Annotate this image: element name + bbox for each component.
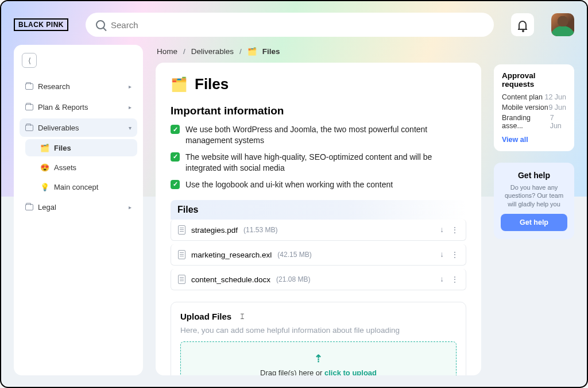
view-all-link[interactable]: View all (502, 136, 528, 144)
upload-hint: Here, you can add some helpful informati… (180, 326, 457, 335)
upload-card: Upload Files 𝙸 Here, you can add some he… (171, 302, 466, 375)
sidebar-item-deliverables[interactable]: Deliverables ▾ (20, 118, 137, 137)
more-icon[interactable] (451, 275, 459, 284)
approval-date: 9 Jun (548, 103, 566, 112)
user-avatar[interactable] (551, 13, 574, 36)
more-icon[interactable] (451, 225, 459, 235)
file-name: content_schedule.docx (191, 275, 270, 284)
sidebar-item-label: Research (38, 82, 70, 91)
download-icon[interactable] (440, 275, 444, 284)
folder-icon (25, 83, 33, 90)
check-icon: ✓ (171, 125, 180, 134)
file-size: (42.15 MB) (277, 251, 311, 259)
sidebar-item-label: Plan & Reports (38, 103, 88, 112)
breadcrumb-current: Files (262, 47, 280, 56)
sidebar-sub-label: Main concept (54, 183, 98, 191)
file-size: (11.53 MB) (243, 226, 277, 234)
sidebar-item-label: Legal (38, 203, 56, 212)
breadcrumb-separator: / (183, 47, 185, 56)
breadcrumb-parent[interactable]: Deliverables (191, 47, 234, 56)
upload-dropzone[interactable]: ⇡ Drag file(s) here or click to upload (180, 341, 457, 375)
sidebar-sub-files[interactable]: 🗂️ Files (25, 139, 137, 156)
approval-row[interactable]: Branding asse... 7 Jun (502, 114, 566, 130)
page-title: Files (195, 75, 229, 93)
download-icon[interactable] (440, 250, 444, 259)
checklist-item: ✓ The website will have high-quality, SE… (171, 152, 466, 174)
sidebar-item-research[interactable]: Research ▸ (20, 77, 137, 95)
info-heading: Important information (171, 105, 466, 117)
files-icon: 🗂️ (40, 144, 49, 152)
file-name: strategies.pdf (191, 226, 238, 235)
chevron-right-icon: ▸ (129, 104, 131, 110)
upload-arrow-icon: ⇡ (314, 352, 323, 365)
assets-icon: 😍 (40, 163, 49, 172)
search-bar[interactable] (86, 13, 494, 37)
collapse-icon: ⟨ (28, 56, 31, 65)
file-row[interactable]: strategies.pdf (11.53 MB) (171, 220, 466, 241)
file-size: (21.08 MB) (276, 275, 310, 283)
approval-row[interactable]: Mobile version 9 Jun (502, 103, 566, 112)
document-icon (178, 250, 185, 259)
approval-date: 7 Jun (550, 114, 566, 130)
breadcrumb-separator: / (239, 47, 242, 56)
concept-icon: 💡 (40, 183, 49, 191)
chevron-right-icon: ▸ (129, 204, 131, 210)
document-icon (178, 225, 185, 235)
sidebar: ⟨ Research ▸ Plan & Reports ▸ Deliverabl… (14, 45, 143, 375)
sidebar-sub-label: Assets (54, 163, 76, 172)
folder-icon (25, 125, 33, 131)
search-icon (96, 20, 105, 29)
breadcrumb-home[interactable]: Home (157, 47, 177, 56)
checklist-text: The website will have high-quality, SEO-… (185, 152, 466, 174)
brand-logo: BLACK PINK (14, 18, 68, 31)
check-icon: ✓ (171, 180, 180, 189)
click-to-upload-link[interactable]: click to upload (324, 368, 377, 375)
files-section-heading: Files (171, 200, 466, 220)
file-row[interactable]: content_schedule.docx (21.08 MB) (171, 269, 466, 290)
approval-label: Branding asse... (502, 114, 550, 130)
checklist-text: We use both WordPress and Joomla, the tw… (185, 124, 466, 146)
collapse-sidebar-button[interactable]: ⟨ (22, 53, 37, 68)
main-panel: 🗂️ Files Important information ✓ We use … (156, 63, 481, 375)
approval-row[interactable]: Content plan 12 Jun (502, 93, 566, 101)
approvals-title: Approval requests (502, 71, 566, 89)
text-cursor-icon[interactable]: 𝙸 (239, 312, 245, 321)
document-icon (178, 275, 185, 284)
dropzone-text: Drag file(s) here or click to upload (260, 368, 377, 375)
sidebar-item-plan-reports[interactable]: Plan & Reports ▸ (20, 98, 137, 116)
notifications-button[interactable] (511, 13, 534, 36)
download-icon[interactable] (440, 225, 444, 235)
breadcrumb: Home / Deliverables / 🗂️ Files (156, 45, 481, 57)
checklist-text: Use the logobook and ui-kit when working… (185, 179, 393, 190)
breadcrumb-current-icon: 🗂️ (247, 47, 257, 56)
upload-title: Upload Files (180, 312, 231, 321)
folder-icon (25, 104, 33, 110)
help-card: Get help Do you have any questions? Our … (494, 163, 574, 239)
sidebar-sub-assets[interactable]: 😍 Assets (25, 159, 137, 176)
bell-icon (519, 21, 527, 29)
approval-requests-card: Approval requests Content plan 12 Jun Mo… (494, 64, 574, 151)
file-row[interactable]: marketing_research.exl (42.15 MB) (171, 244, 466, 266)
page-title-icon: 🗂️ (171, 76, 188, 93)
folder-icon (25, 204, 33, 210)
approval-date: 12 Jun (544, 93, 566, 101)
approval-label: Content plan (502, 93, 543, 101)
sidebar-item-legal[interactable]: Legal ▸ (20, 198, 137, 216)
chevron-down-icon: ▾ (129, 125, 131, 131)
sidebar-sub-label: Files (54, 144, 71, 152)
file-name: marketing_research.exl (191, 251, 272, 259)
more-icon[interactable] (451, 250, 459, 259)
approval-label: Mobile version (502, 103, 548, 112)
search-input[interactable] (111, 20, 483, 30)
checklist-item: ✓ Use the logobook and ui-kit when worki… (171, 179, 466, 190)
help-title: Get help (501, 171, 567, 180)
chevron-right-icon: ▸ (129, 83, 131, 90)
get-help-button[interactable]: Get help (501, 214, 567, 231)
check-icon: ✓ (171, 152, 180, 162)
sidebar-sub-main-concept[interactable]: 💡 Main concept (25, 178, 137, 195)
checklist-item: ✓ We use both WordPress and Joomla, the … (171, 124, 466, 146)
sidebar-item-label: Deliverables (38, 124, 79, 132)
help-body: Do you have any questions? Our team will… (501, 183, 567, 208)
